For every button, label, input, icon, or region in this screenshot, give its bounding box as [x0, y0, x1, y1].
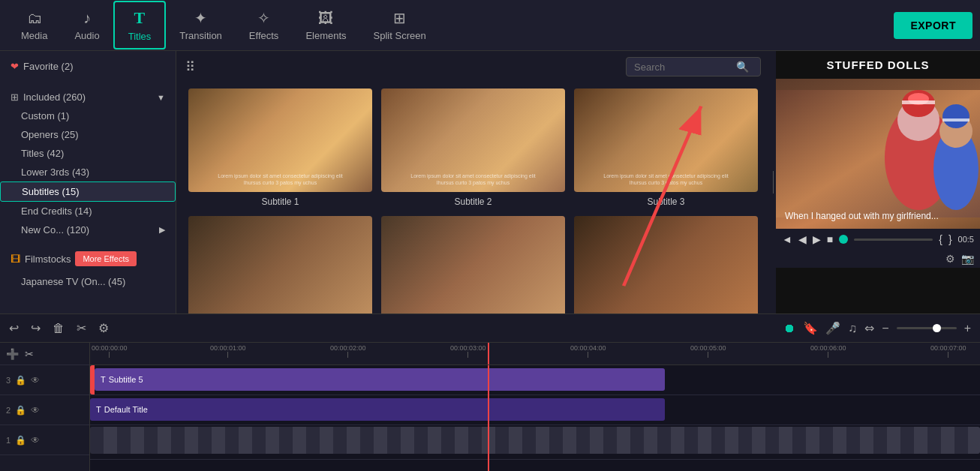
- ruler-tick-6: 00:00:06:00: [810, 343, 846, 358]
- export-button[interactable]: EXPORT: [894, 12, 972, 39]
- more-effects-button[interactable]: More Effects: [75, 251, 137, 266]
- nav-splitscreen-label: Split Screen: [374, 30, 426, 41]
- favorite-label: Favorite (2): [23, 61, 73, 72]
- ruler-tick-3: 00:00:03:00: [450, 343, 486, 358]
- sidebar-item-japanesetv[interactable]: Japanese TV (On... (45): [0, 272, 176, 291]
- ruler-line-5: [708, 352, 708, 358]
- ruler-label-2: 00:00:02:00: [330, 343, 366, 352]
- eye-2-button[interactable]: 👁: [31, 405, 40, 416]
- sidebar-item-lower3rds[interactable]: Lower 3rds (43): [0, 163, 176, 182]
- screenshot-icon[interactable]: 📷: [961, 253, 974, 265]
- sidebar-item-endcredits[interactable]: End Credits (14): [0, 202, 176, 220]
- preview-panel: STUFFED DOLLS: [776, 51, 980, 314]
- nav-splitscreen[interactable]: ⊞ Split Screen: [360, 3, 440, 47]
- undo-button[interactable]: ↩: [9, 321, 19, 335]
- thumb-img-4: [188, 216, 372, 314]
- playback-slider[interactable]: [854, 238, 933, 241]
- ruler-line-3: [467, 352, 468, 358]
- panel-divider[interactable]: [770, 51, 776, 314]
- zoom-in-button[interactable]: +: [964, 322, 971, 335]
- grid-icon: ⊞: [11, 92, 19, 103]
- nav-effects[interactable]: ✧ Effects: [236, 3, 293, 47]
- music-button[interactable]: ♫: [848, 322, 857, 335]
- nav-transition[interactable]: ✦ Transition: [166, 3, 236, 47]
- timeline-ruler-and-tracks: 00:00:00:00 00:00:01:00 00:00:02:00 00:0…: [90, 343, 980, 471]
- split-button[interactable]: ⇔: [864, 321, 874, 335]
- filmstocks-row: 🎞 Filmstocks More Effects: [0, 245, 176, 272]
- eye-3-button[interactable]: 👁: [31, 375, 40, 386]
- lock-2-button[interactable]: 🔒: [15, 405, 26, 416]
- newco-arrow-icon: ▶: [159, 225, 165, 235]
- sidebar-item-titles[interactable]: Titles (42): [0, 144, 176, 163]
- ruler-label-5: 00:00:05:00: [690, 343, 726, 352]
- newco-label: New Co... (120): [21, 224, 89, 236]
- thumb-subtitle4[interactable]: Subtitle 4: [188, 216, 372, 314]
- track-row-1: [90, 425, 980, 460]
- sidebar-item-subtitles[interactable]: Subtitles (15): [0, 182, 176, 202]
- clip-title-icon-2: T: [96, 405, 101, 414]
- sidebar-item-included[interactable]: ⊞ Included (260) ▼: [0, 88, 176, 106]
- sidebar-item-custom[interactable]: Custom (1): [0, 106, 176, 125]
- split-track-button[interactable]: ✂: [25, 348, 34, 360]
- nav-media[interactable]: 🗂 Media: [8, 4, 61, 47]
- zoom-track[interactable]: [897, 327, 957, 329]
- sidebar-item-favorite[interactable]: ❤ Favorite (2): [0, 57, 176, 76]
- adjust-button[interactable]: ⚙: [98, 321, 109, 335]
- track-clip-defaulttitle[interactable]: T Default Title: [90, 398, 665, 421]
- track-rows: T Subtitle 5 T Default Title: [90, 365, 980, 471]
- redo-button[interactable]: ↪: [31, 321, 41, 335]
- zoom-out-button[interactable]: −: [882, 322, 888, 335]
- preview-video: When I hanged out with my girlfriend...: [776, 79, 980, 229]
- ruler-label-3: 00:00:03:00: [450, 343, 486, 352]
- custom-label: Custom (1): [21, 110, 69, 122]
- track-num-3: 3: [6, 376, 11, 385]
- thumb-text-2: Lorem ipsum dolor sit amet consectetur a…: [381, 172, 565, 186]
- thumb-subtitle6[interactable]: Subtitle 6: [574, 216, 758, 314]
- openers-label: Openers (25): [21, 129, 79, 140]
- thumb-subtitle5[interactable]: Subtitle 5: [381, 216, 565, 314]
- marker-button[interactable]: 🔖: [803, 321, 818, 335]
- thumb-subtitle1[interactable]: Lorem ipsum dolor sit amet consectetur a…: [188, 88, 372, 207]
- splitscreen-icon: ⊞: [393, 9, 406, 27]
- nav-transition-label: Transition: [179, 30, 222, 41]
- playhead-dot: [839, 235, 848, 244]
- nav-elements-label: Elements: [305, 30, 346, 41]
- eye-1-button[interactable]: 👁: [31, 435, 40, 446]
- rewind-button[interactable]: ◄: [782, 233, 792, 245]
- expand-arrow-icon: ▼: [157, 93, 165, 102]
- sidebar-item-openers[interactable]: Openers (25): [0, 125, 176, 144]
- delete-button[interactable]: 🗑: [53, 322, 65, 335]
- lock-1-button[interactable]: 🔒: [15, 435, 26, 446]
- play-button[interactable]: ▶: [813, 233, 821, 245]
- nav-titles[interactable]: T Titles: [113, 1, 167, 50]
- svg-point-11: [942, 104, 969, 128]
- timeline-area: ↩ ↪ 🗑 ✂ ⚙ ⏺ 🔖 🎤 ♫ ⇔ − + ➕ ✂: [0, 314, 980, 471]
- mic-button[interactable]: 🎤: [825, 321, 840, 335]
- nav-elements[interactable]: 🖼 Elements: [292, 4, 359, 47]
- add-track-button[interactable]: ➕: [6, 348, 19, 360]
- record-button[interactable]: ⏺: [783, 322, 795, 335]
- ruler-tick-5: 00:00:05:00: [690, 343, 726, 358]
- nav-effects-label: Effects: [249, 30, 279, 41]
- track-clip-filmstrip[interactable]: [90, 427, 980, 454]
- track-clip-subtitle5[interactable]: T Subtitle 5: [95, 368, 665, 391]
- thumb-img-1: Lorem ipsum dolor sit amet consectetur a…: [188, 88, 372, 192]
- sidebar-item-newco[interactable]: New Co... (120) ▶: [0, 220, 176, 239]
- audio-icon: ♪: [83, 10, 91, 27]
- scissors-button[interactable]: ✂: [77, 321, 86, 335]
- search-input[interactable]: [634, 62, 732, 73]
- search-icon: 🔍: [736, 61, 749, 73]
- effects-icon: ✧: [257, 9, 270, 27]
- nav-audio[interactable]: ♪ Audio: [61, 4, 113, 47]
- thumb-subtitle2[interactable]: Lorem ipsum dolor sit amet consectetur a…: [381, 88, 565, 207]
- stop-button[interactable]: ■: [827, 233, 833, 245]
- lock-3-button[interactable]: 🔒: [15, 375, 26, 386]
- settings-icon[interactable]: ⚙: [945, 253, 955, 265]
- svg-rect-8: [902, 100, 935, 104]
- track-label-1: 1 🔒 👁: [0, 425, 89, 455]
- ruler-label-4: 00:00:04:00: [570, 343, 606, 352]
- step-back-button[interactable]: ◀: [798, 233, 807, 245]
- timeline-right-controls: ⏺ 🔖 🎤 ♫ ⇔ − +: [783, 321, 971, 335]
- time-display: 00:5: [958, 235, 974, 244]
- thumb-subtitle3[interactable]: Lorem ipsum dolor sit amet consectetur a…: [574, 88, 758, 207]
